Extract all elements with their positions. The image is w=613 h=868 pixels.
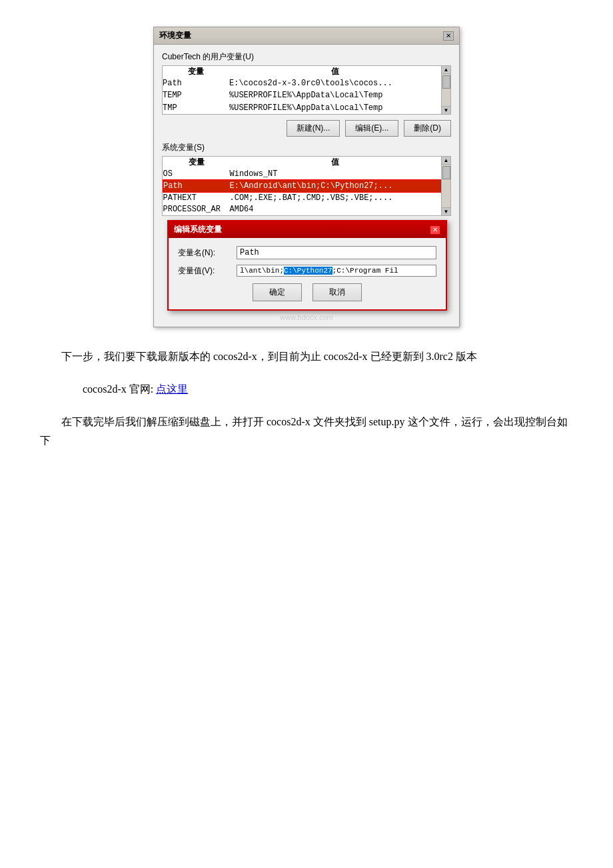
windows-dialogs-area: 环境变量 ✕ CuberTech 的用户变量(U) 变量 值: [153, 27, 460, 327]
scrollbar-thumb[interactable]: [442, 75, 450, 89]
sys-scrollbar-thumb[interactable]: [442, 166, 450, 179]
user-row-path-var: Path: [163, 77, 229, 89]
new-user-var-button[interactable]: 新建(N)...: [287, 120, 340, 137]
var-value-label: 变量值(V):: [178, 265, 231, 277]
var-name-input[interactable]: [237, 246, 436, 259]
table-row[interactable]: Path E:\Android\ant\bin;C:\Python27;...: [163, 180, 441, 192]
delete-user-var-button[interactable]: 删除(D): [404, 120, 451, 137]
user-row-path-val: E:\cocos2d-x-3.0rc0\tools\cocos...: [229, 77, 441, 89]
user-row-temp-var: TEMP: [163, 89, 229, 101]
edit-system-var-dialog: 编辑系统变量 ✕ 变量名(N): 变量值(V):: [167, 220, 447, 311]
sys-col-var: 变量: [163, 157, 230, 168]
sys-var-table: 变量 值 OS Windows_NT Path: [163, 157, 441, 215]
screenshot-container: 环境变量 ✕ CuberTech 的用户变量(U) 变量 值: [40, 27, 573, 327]
env-window-close-button[interactable]: ✕: [443, 31, 454, 41]
paragraph-2-label: cocos2d-x 官网:: [83, 383, 156, 395]
value-part-3: ;C:\Program Fil: [332, 267, 398, 275]
sys-col-val: 值: [230, 157, 441, 168]
user-var-table-container: 变量 值 Path E:\cocos2d-x-3.0rc0\tools\coco…: [162, 65, 451, 115]
scrollbar-up-arrow[interactable]: ▲: [442, 66, 450, 74]
table-row[interactable]: Path E:\cocos2d-x-3.0rc0\tools\cocos...: [163, 77, 441, 89]
paragraph-1: 下一步，我们要下载最新版本的 cocos2d-x，到目前为止 cocos2d-x…: [40, 347, 573, 367]
sys-scrollbar-down[interactable]: ▼: [442, 207, 450, 215]
var-value-row: 变量值(V): l\ant\bin;C:\Python27;C:\Program…: [178, 265, 436, 277]
env-variables-window: 环境变量 ✕ CuberTech 的用户变量(U) 变量 值: [153, 27, 460, 327]
user-table-scrollbar[interactable]: ▲ ▼: [441, 66, 450, 114]
var-name-label: 变量名(N):: [178, 247, 231, 259]
user-button-row: 新建(N)... 编辑(E)... 删除(D): [162, 120, 451, 137]
close-icon: ✕: [446, 32, 451, 39]
user-row-temp-val: %USERPROFILE%\AppData\Local\Temp: [229, 89, 441, 101]
sys-var-table-container: 变量 值 OS Windows_NT Path: [162, 156, 451, 216]
watermark-text: www.bdocx.com: [154, 313, 459, 321]
var-value-input[interactable]: l\ant\bin;C:\Python27;C:\Program Fil: [237, 265, 436, 277]
user-col-var: 变量: [163, 66, 229, 77]
sys-row-processorar-val: AMD64: [230, 204, 441, 215]
env-window-body: CuberTech 的用户变量(U) 变量 值 P: [154, 45, 459, 227]
paragraph-2-link[interactable]: 点这里: [156, 383, 188, 395]
edit-user-var-button[interactable]: 编辑(E)...: [345, 120, 398, 137]
env-window-title: 环境变量: [159, 30, 191, 41]
user-section-label: CuberTech 的用户变量(U): [162, 51, 451, 63]
var-name-row: 变量名(N):: [178, 246, 436, 259]
table-row[interactable]: OS Windows_NT: [163, 168, 441, 180]
sys-scrollbar-up[interactable]: ▲: [442, 157, 450, 165]
user-col-val: 值: [229, 66, 441, 77]
scrollbar-down-arrow[interactable]: ▼: [442, 106, 450, 114]
sys-row-path-var: Path: [163, 180, 230, 192]
table-row[interactable]: PATHEXT .COM;.EXE;.BAT;.CMD;.VBS;.VBE;..…: [163, 192, 441, 204]
sys-row-processorар-var: PROCESSOR_AR: [163, 204, 230, 215]
cancel-button[interactable]: 取消: [312, 283, 362, 301]
sys-row-pathext-var: PATHEXT: [163, 192, 230, 204]
value-part-2-highlight: C:\Python27: [284, 267, 332, 275]
table-row[interactable]: PROCESSOR_AR AMD64: [163, 204, 441, 215]
sys-row-os-val: Windows_NT: [230, 168, 441, 180]
confirm-button[interactable]: 确定: [253, 283, 302, 301]
edit-dialog-body: 变量名(N): 变量值(V): l\ant\bin;C:\Python27;C:…: [169, 238, 446, 309]
sys-row-path-val: E:\Android\ant\bin;C:\Python27;...: [230, 180, 441, 192]
sys-row-pathext-val: .COM;.EXE;.BAT;.CMD;.VBS;.VBE;....: [230, 192, 441, 204]
sys-row-os-var: OS: [163, 168, 230, 180]
watermark-area: www.bdocx.com: [154, 313, 459, 327]
user-row-tmp-val: %USERPROFILE%\AppData\Local\Temp: [229, 102, 441, 114]
value-part-1: l\ant\bin;: [240, 267, 284, 275]
edit-dialog-title: 编辑系统变量: [174, 224, 222, 235]
edit-close-icon: ✕: [432, 226, 438, 233]
table-row[interactable]: TMP %USERPROFILE%\AppData\Local\Temp: [163, 102, 441, 114]
user-var-table: 变量 值 Path E:\cocos2d-x-3.0rc0\tools\coco…: [163, 66, 441, 114]
paragraph-2-container: cocos2d-x 官网: 点这里: [40, 380, 573, 399]
edit-dialog-close-button[interactable]: ✕: [430, 225, 440, 235]
sys-table-scrollbar[interactable]: ▲ ▼: [441, 157, 450, 215]
table-row[interactable]: TEMP %USERPROFILE%\AppData\Local\Temp: [163, 89, 441, 101]
system-section-label: 系统变量(S): [162, 142, 451, 153]
edit-dialog-buttons: 确定 取消: [178, 283, 436, 301]
page: 环境变量 ✕ CuberTech 的用户变量(U) 变量 值: [40, 27, 573, 451]
user-row-tmp-var: TMP: [163, 102, 229, 114]
paragraph-3: 在下载完毕后我们解压缩到磁盘上，并打开 cocos2d-x 文件夹找到 setu…: [40, 413, 573, 451]
env-window-titlebar: 环境变量 ✕: [154, 27, 459, 45]
edit-dialog-titlebar: 编辑系统变量 ✕: [169, 221, 446, 238]
